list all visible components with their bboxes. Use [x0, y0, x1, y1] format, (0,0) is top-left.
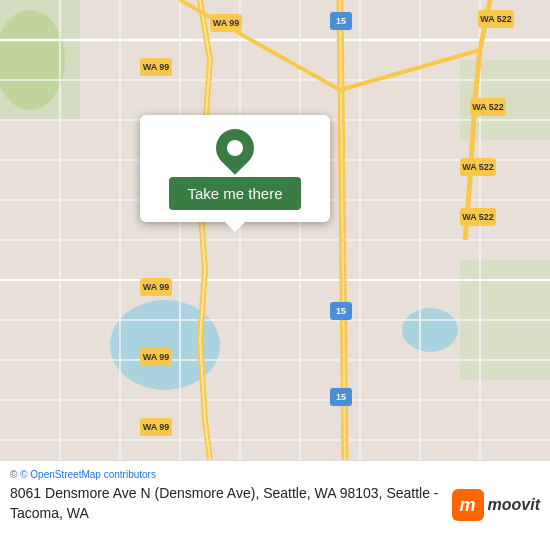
location-pin	[208, 121, 262, 175]
svg-text:WA 99: WA 99	[143, 352, 170, 362]
svg-text:WA 522: WA 522	[462, 162, 494, 172]
svg-text:WA 99: WA 99	[213, 18, 240, 28]
osm-link[interactable]: © OpenStreetMap contributors	[20, 469, 156, 480]
moovit-icon: m	[452, 489, 484, 521]
osm-credit: © © OpenStreetMap contributors	[10, 469, 442, 480]
svg-text:WA 522: WA 522	[472, 102, 504, 112]
take-me-there-button[interactable]: Take me there	[169, 177, 300, 210]
address: 8061 Densmore Ave N (Densmore Ave), Seat…	[10, 484, 442, 523]
svg-text:WA 99: WA 99	[143, 62, 170, 72]
moovit-logo: m moovit	[452, 489, 540, 521]
footer-info: © © OpenStreetMap contributors 8061 Dens…	[10, 469, 442, 523]
svg-text:WA 99: WA 99	[143, 422, 170, 432]
pin-inner	[227, 140, 243, 156]
svg-text:15: 15	[336, 392, 346, 402]
svg-text:WA 522: WA 522	[480, 14, 512, 24]
svg-text:15: 15	[336, 16, 346, 26]
map-container: WA 99 15 WA 522 WA 99 WA 522 WA 522 WA 5…	[0, 0, 550, 460]
svg-text:15: 15	[336, 306, 346, 316]
svg-point-2	[402, 308, 458, 352]
footer: © © OpenStreetMap contributors 8061 Dens…	[0, 460, 550, 550]
svg-text:WA 99: WA 99	[143, 282, 170, 292]
svg-text:WA 522: WA 522	[462, 212, 494, 222]
moovit-text: moovit	[488, 496, 540, 514]
location-popup: Take me there	[140, 115, 330, 222]
moovit-m-letter: m	[460, 495, 476, 516]
